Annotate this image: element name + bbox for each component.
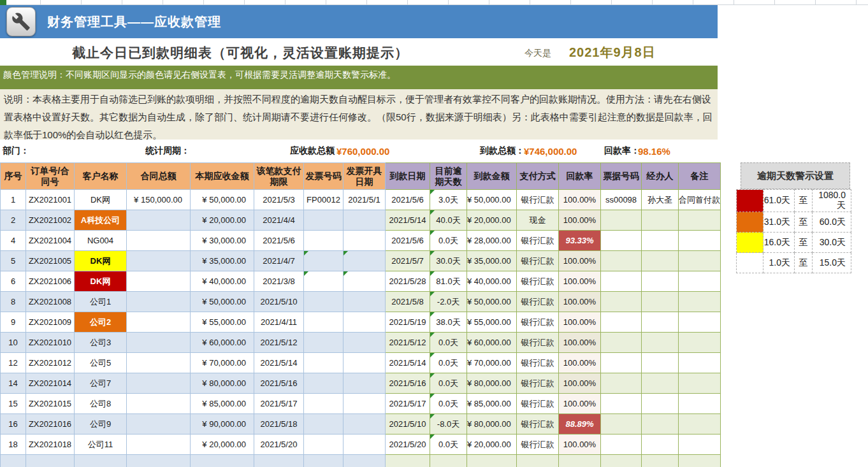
table-cell[interactable]: [304, 231, 344, 251]
table-cell[interactable]: [642, 292, 679, 312]
table-cell[interactable]: ¥ 30,000.00: [191, 231, 254, 251]
table-cell[interactable]: [642, 353, 679, 373]
table-cell[interactable]: [642, 394, 679, 414]
table-cell[interactable]: [191, 455, 254, 467]
table-cell[interactable]: [601, 271, 642, 292]
table-cell[interactable]: 100.00%: [559, 435, 601, 455]
table-cell[interactable]: [679, 292, 721, 312]
table-cell[interactable]: 公司11: [75, 435, 127, 455]
table-cell[interactable]: [127, 394, 191, 414]
table-cell[interactable]: 0.0天: [430, 231, 467, 251]
table-cell[interactable]: 2021/5/17: [254, 394, 304, 414]
table-cell[interactable]: [517, 455, 559, 467]
table-cell[interactable]: 银行汇款: [517, 435, 559, 455]
table-cell[interactable]: DK网: [75, 190, 127, 210]
table-cell[interactable]: 12: [1, 353, 26, 373]
table-cell[interactable]: [127, 292, 191, 312]
table-cell[interactable]: [344, 353, 386, 373]
table-cell[interactable]: [601, 312, 642, 333]
table-cell[interactable]: [601, 251, 642, 271]
table-cell[interactable]: 2021/5/10: [386, 414, 430, 435]
table-cell[interactable]: 40.0天: [430, 210, 467, 231]
table-cell[interactable]: ZX2021014: [26, 373, 75, 394]
table-cell[interactable]: [304, 455, 344, 467]
table-cell[interactable]: [601, 292, 642, 312]
table-cell[interactable]: [304, 271, 344, 292]
legend-color-swatch[interactable]: [737, 233, 763, 253]
table-cell[interactable]: 100.00%: [559, 373, 601, 394]
legend-days-to[interactable]: 30.0天: [813, 233, 851, 253]
table-cell[interactable]: 2021/5/12: [386, 333, 430, 353]
table-cell[interactable]: ¥ 60,000.00: [191, 333, 254, 353]
table-cell[interactable]: ¥ 20,000.00: [467, 210, 517, 231]
table-cell[interactable]: 2021/5/6: [254, 231, 304, 251]
table-cell[interactable]: ¥ 85,000.00: [467, 394, 517, 414]
table-cell[interactable]: 2021/4/7: [254, 251, 304, 271]
table-cell[interactable]: 9: [1, 312, 26, 333]
table-cell[interactable]: [127, 271, 191, 292]
table-cell[interactable]: [344, 373, 386, 394]
column-header[interactable]: 发票号码: [304, 163, 344, 190]
table-cell[interactable]: [304, 435, 344, 455]
table-cell[interactable]: 合同首付款: [679, 190, 721, 210]
table-cell[interactable]: [304, 210, 344, 231]
table-cell[interactable]: [642, 435, 679, 455]
table-cell[interactable]: [467, 455, 517, 467]
table-cell[interactable]: 2021/5/20: [254, 435, 304, 455]
table-cell[interactable]: -8.0天: [430, 414, 467, 435]
table-cell[interactable]: ¥ 80,000.00: [467, 373, 517, 394]
table-cell[interactable]: 2021/5/10: [254, 292, 304, 312]
table-cell[interactable]: [254, 455, 304, 467]
table-cell[interactable]: ¥ 150,000.00: [127, 190, 191, 210]
table-cell[interactable]: 18: [1, 435, 26, 455]
table-cell[interactable]: [344, 231, 386, 251]
table-cell[interactable]: [304, 333, 344, 353]
table-cell[interactable]: ¥ 20,000.00: [191, 435, 254, 455]
table-cell[interactable]: 银行汇款: [517, 251, 559, 271]
table-cell[interactable]: [601, 353, 642, 373]
table-cell[interactable]: ZX2021008: [26, 292, 75, 312]
table-cell[interactable]: ¥ 70,000.00: [467, 353, 517, 373]
table-cell[interactable]: ¥ 85,000.00: [191, 394, 254, 414]
table-cell[interactable]: 10: [1, 333, 26, 353]
table-cell[interactable]: 8: [1, 292, 26, 312]
table-cell[interactable]: 2021/5/3: [254, 190, 304, 210]
column-header[interactable]: 票据号码: [601, 163, 642, 190]
table-cell[interactable]: 88.89%: [559, 414, 601, 435]
table-cell[interactable]: [642, 455, 679, 467]
table-cell[interactable]: 3.0天: [430, 190, 467, 210]
table-cell[interactable]: 银行汇款: [517, 353, 559, 373]
table-cell[interactable]: [127, 251, 191, 271]
legend-days-from[interactable]: 1.0天: [763, 253, 795, 273]
table-cell[interactable]: ¥ 80,000.00: [191, 373, 254, 394]
table-cell[interactable]: ZX2021005: [26, 251, 75, 271]
table-cell[interactable]: [127, 353, 191, 373]
table-cell[interactable]: ¥ 40,000.00: [467, 271, 517, 292]
table-cell[interactable]: 100.00%: [559, 394, 601, 414]
table-cell[interactable]: NG004: [75, 231, 127, 251]
table-cell[interactable]: [679, 231, 721, 251]
table-cell[interactable]: 现金: [517, 210, 559, 231]
table-cell[interactable]: [344, 394, 386, 414]
table-cell[interactable]: ¥ 50,000.00: [467, 190, 517, 210]
table-cell[interactable]: 公司1: [75, 292, 127, 312]
table-cell[interactable]: 2021/5/16: [386, 373, 430, 394]
table-cell[interactable]: [642, 271, 679, 292]
table-cell[interactable]: [127, 231, 191, 251]
table-cell[interactable]: 2021/5/14: [254, 353, 304, 373]
table-cell[interactable]: 100.00%: [559, 271, 601, 292]
table-cell[interactable]: 公司2: [75, 312, 127, 333]
legend-days-from[interactable]: 31.0天: [763, 212, 795, 233]
table-cell[interactable]: 100.00%: [559, 190, 601, 210]
table-cell[interactable]: [344, 414, 386, 435]
wrench-icon-button[interactable]: [6, 7, 36, 36]
table-cell[interactable]: [344, 455, 386, 467]
table-cell[interactable]: 公司5: [75, 353, 127, 373]
table-cell[interactable]: [304, 292, 344, 312]
table-cell[interactable]: 0.0天: [430, 394, 467, 414]
dept-label[interactable]: 部门：: [3, 145, 29, 157]
table-cell[interactable]: [601, 333, 642, 353]
table-cell[interactable]: 2021/5/14: [386, 210, 430, 231]
table-cell[interactable]: 公司8: [75, 394, 127, 414]
table-cell[interactable]: 2021/4/4: [254, 210, 304, 231]
